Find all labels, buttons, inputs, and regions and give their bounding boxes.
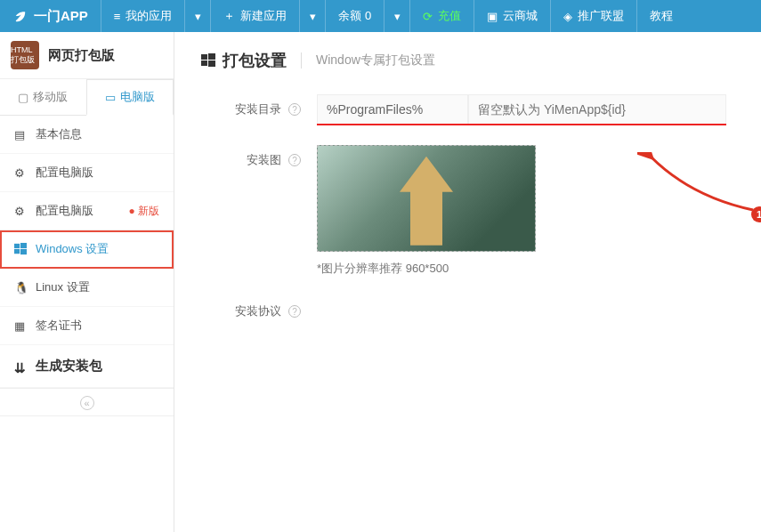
menu-config-desktop-new[interactable]: ⚙ 配置电脑版 ● 新版 (0, 192, 174, 230)
nav-new-app[interactable]: ＋ 新建应用 (210, 0, 299, 32)
sidebar-collapse-button[interactable]: « (0, 388, 174, 416)
menu-windows-settings[interactable]: Windows 设置 (0, 230, 174, 269)
nav-my-apps[interactable]: ≡ 我的应用 (101, 0, 185, 32)
content-area: 打包设置 Window专属打包设置 安装目录 ? 安装图 ? (174, 32, 761, 532)
nav-promote[interactable]: ◈ 推广联盟 (550, 0, 636, 32)
app-icon: HTML打包版 (11, 41, 39, 69)
caret-down-icon: ▾ (195, 10, 201, 23)
sidebar: HTML打包版 网页打包版 ▢ 移动版 ▭ 电脑版 ▤ 基本信息 ⚙ 配置电脑版 (0, 32, 174, 532)
menu-basic-info[interactable]: ▤ 基本信息 (0, 116, 174, 154)
download-icon: ⇊ (14, 360, 27, 373)
nav-recharge[interactable]: ⟳ 充值 (409, 0, 474, 32)
nav-tutorial[interactable]: 教程 (636, 0, 685, 32)
install-image-hint: *图片分辨率推荐 960*500 (317, 261, 734, 277)
svg-rect-3 (20, 249, 27, 254)
row-install-image: 安装图 ? *图片分辨率推荐 960*500 (201, 145, 734, 277)
svg-rect-4 (201, 54, 207, 60)
leaf-icon (12, 8, 28, 24)
svg-rect-5 (208, 53, 215, 60)
install-dir-inputs (317, 94, 726, 125)
sliders-icon: ⚙ (14, 205, 27, 217)
chevron-left-icon: « (80, 396, 94, 410)
nav-my-apps-caret[interactable]: ▾ (184, 0, 210, 32)
top-navbar: 一门APP ≡ 我的应用 ▾ ＋ 新建应用 ▾ 余额 0 ▾ ⟳ 充值 ▣ 云商… (0, 0, 761, 32)
desktop-icon: ▭ (105, 91, 116, 104)
cert-icon: ▦ (14, 319, 27, 332)
page-subtitle: Window专属打包设置 (301, 52, 435, 69)
install-dir-base-input[interactable] (317, 94, 468, 124)
platform-tabs: ▢ 移动版 ▭ 电脑版 (0, 79, 174, 116)
caret-down-icon: ▾ (310, 10, 316, 23)
brand-text: 一门APP (34, 8, 88, 25)
label-install-image: 安装图 ? (201, 145, 317, 277)
row-install-agreement: 安装协议 ? (201, 296, 734, 319)
windows-icon (201, 53, 215, 68)
brand[interactable]: 一门APP (0, 0, 101, 32)
page-header: 打包设置 Window专属打包设置 (201, 50, 734, 71)
menu-config-desktop[interactable]: ⚙ 配置电脑版 (0, 154, 174, 192)
menu-linux-settings[interactable]: 🐧 Linux 设置 (0, 269, 174, 307)
app-header[interactable]: HTML打包版 网页打包版 (0, 32, 174, 79)
help-icon[interactable]: ? (288, 103, 301, 116)
menu-icon: ≡ (114, 10, 121, 23)
store-icon: ▣ (487, 10, 498, 23)
help-icon[interactable]: ? (288, 305, 301, 318)
nav-balance[interactable]: 余额 0 (325, 0, 384, 32)
linux-icon: 🐧 (14, 281, 27, 294)
help-icon[interactable]: ? (288, 154, 301, 166)
install-image-preview[interactable] (317, 145, 536, 252)
diamond-icon: ◈ (563, 10, 572, 23)
row-install-dir: 安装目录 ? (201, 94, 734, 125)
caret-down-icon: ▾ (394, 10, 401, 23)
nav-new-app-caret[interactable]: ▾ (299, 0, 325, 32)
sliders-icon: ⚙ (14, 166, 27, 179)
tab-desktop[interactable]: ▭ 电脑版 (86, 79, 174, 116)
windows-icon (14, 243, 27, 255)
sidebar-menu: ▤ 基本信息 ⚙ 配置电脑版 ⚙ 配置电脑版 ● 新版 Windows 设置 🐧… (0, 116, 174, 388)
nav-balance-caret[interactable]: ▾ (384, 0, 409, 32)
menu-generate-installer[interactable]: ⇊ 生成安装包 (0, 345, 174, 388)
plus-icon: ＋ (223, 8, 235, 24)
app-title: 网页打包版 (48, 47, 115, 64)
svg-rect-7 (208, 60, 215, 67)
svg-rect-0 (14, 244, 20, 248)
install-dir-folder-input[interactable] (468, 94, 726, 124)
tab-mobile[interactable]: ▢ 移动版 (0, 79, 86, 115)
doc-icon: ▤ (14, 128, 27, 141)
nav-cloud-store[interactable]: ▣ 云商城 (474, 0, 550, 32)
refresh-icon: ⟳ (423, 10, 433, 23)
svg-rect-2 (14, 249, 20, 254)
svg-rect-6 (201, 60, 207, 66)
tower-graphic (400, 157, 453, 246)
menu-certificate[interactable]: ▦ 签名证书 (0, 307, 174, 345)
annotation-badge: 1 (751, 206, 761, 222)
mobile-icon: ▢ (18, 91, 28, 104)
label-install-dir: 安装目录 ? (201, 94, 317, 125)
page-title: 打包设置 (201, 50, 287, 71)
label-install-agreement: 安装协议 ? (201, 296, 317, 319)
svg-rect-1 (20, 243, 27, 248)
new-badge: ● 新版 (128, 204, 159, 219)
